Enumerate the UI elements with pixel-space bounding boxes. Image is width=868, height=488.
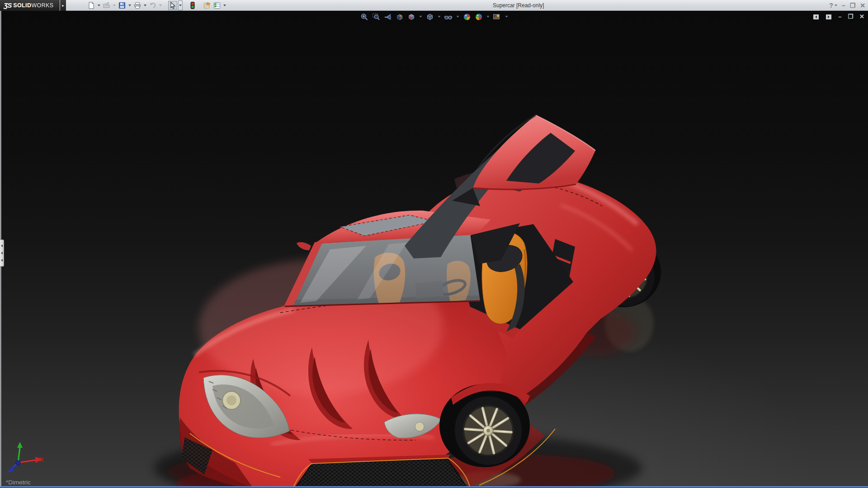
previous-view-icon (384, 13, 392, 21)
app-window-controls: ? – ❐ ✕ (829, 0, 865, 11)
pane-forward-button[interactable] (826, 14, 832, 20)
graphics-viewport[interactable]: – ❐ ✕ *Dimetric (0, 11, 868, 488)
view-orientation-label: *Dimetric (6, 479, 31, 486)
options-checklist-button[interactable] (212, 1, 222, 10)
standard-toolbar (87, 0, 227, 10)
notepad-icon (203, 2, 211, 9)
open-button[interactable] (102, 1, 111, 10)
select-cursor-icon (170, 2, 176, 9)
save-floppy-icon (118, 2, 126, 9)
feature-manager-collapse-tab[interactable] (0, 239, 4, 267)
help-dropdown-icon (835, 5, 837, 6)
zoom-area-icon (372, 13, 380, 21)
view-orientation-button[interactable] (407, 12, 416, 21)
help-icon: ? (829, 0, 833, 11)
collapse-arrow-icon (1, 252, 3, 254)
print-button[interactable] (133, 1, 142, 10)
app-restore-button[interactable]: ❐ (850, 0, 856, 11)
help-button[interactable]: ? (829, 0, 837, 11)
display-style-icon (426, 13, 434, 21)
collapse-arrow-icon (1, 259, 3, 262)
reference-triad (5, 441, 46, 475)
file-properties-button[interactable] (203, 1, 212, 10)
y-axis-arrow (17, 442, 23, 448)
section-view-button[interactable] (395, 12, 404, 21)
status-strip (0, 486, 868, 488)
stoplight-button[interactable] (188, 1, 197, 10)
zoom-to-fit-button[interactable] (360, 12, 369, 21)
zoom-to-area-button[interactable] (372, 12, 381, 21)
view-settings-button[interactable] (493, 12, 502, 21)
pane-back-button[interactable] (813, 14, 819, 20)
doc-close-button[interactable]: ✕ (859, 12, 864, 21)
doc-restore-button[interactable]: ❐ (848, 12, 853, 21)
car-3d-model[interactable] (0, 11, 868, 488)
menu-flyout-arrow[interactable]: ▸ (60, 0, 66, 11)
new-document-button[interactable] (87, 1, 96, 10)
app-minimize-button[interactable]: – (842, 0, 845, 11)
print-dropdown[interactable] (143, 1, 147, 10)
document-window-controls: – ❐ ✕ (813, 12, 864, 21)
new-document-dropdown[interactable] (97, 1, 101, 10)
new-file-icon (88, 2, 95, 9)
save-dropdown[interactable] (127, 1, 132, 10)
undo-dropdown[interactable] (158, 1, 163, 10)
display-style-button[interactable] (425, 12, 434, 21)
hide-show-items-dropdown[interactable] (456, 16, 460, 18)
document-title: Supercar [Read-only] (493, 0, 544, 11)
zoom-fit-icon (360, 13, 368, 21)
doc-minimize-button[interactable]: – (838, 12, 841, 21)
previous-view-button[interactable] (383, 12, 392, 21)
collapse-arrow-icon (1, 244, 3, 247)
printer-icon (134, 2, 141, 9)
dassault-3ds-logo-icon: ƷS (4, 1, 11, 9)
select-dropdown[interactable] (178, 0, 183, 10)
checklist-icon (213, 2, 221, 9)
brand-name-light: WORKS (31, 2, 53, 9)
title-bar: ƷS SOLIDWORKS ▸ (0, 0, 868, 11)
solidworks-logo: ƷS SOLIDWORKS (0, 0, 60, 11)
apply-scene-button[interactable] (474, 12, 483, 21)
undo-arrow-icon (149, 2, 156, 9)
view-orientation-icon (407, 13, 415, 21)
headsup-view-toolbar (360, 12, 509, 21)
glasses-icon (444, 13, 453, 21)
view-settings-dropdown[interactable] (505, 16, 509, 18)
undo-button[interactable] (148, 1, 157, 10)
view-orientation-dropdown[interactable] (419, 16, 423, 18)
display-style-dropdown[interactable] (437, 16, 441, 18)
save-button[interactable] (118, 1, 127, 10)
brand-name-bold: SOLID (13, 2, 31, 9)
select-button[interactable] (168, 1, 177, 10)
x-axis-arrow (35, 457, 42, 463)
edit-appearance-button[interactable] (462, 12, 472, 21)
hide-show-items-button[interactable] (444, 12, 453, 21)
apply-scene-dropdown[interactable] (486, 16, 490, 18)
open-dropdown[interactable] (112, 1, 117, 10)
app-close-button[interactable]: ✕ (860, 0, 865, 11)
open-folder-icon (103, 2, 110, 9)
section-view-icon (396, 13, 403, 21)
appearance-ball-icon (463, 13, 471, 21)
scene-ball-icon (475, 13, 482, 21)
options-dropdown[interactable] (222, 1, 227, 10)
view-settings-icon (493, 13, 501, 21)
traffic-light-icon (190, 2, 195, 9)
